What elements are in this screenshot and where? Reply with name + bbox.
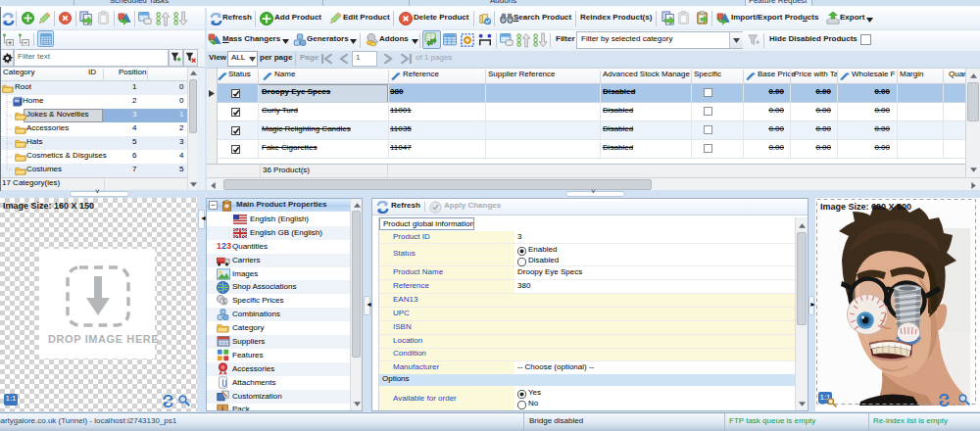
svg-text:$: $ [222, 298, 226, 305]
